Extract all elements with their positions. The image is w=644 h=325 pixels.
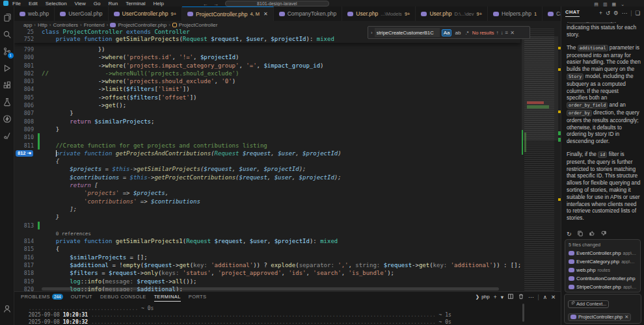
find-next-icon[interactable]: ↓ <box>500 30 503 36</box>
editor-tab[interactable]: web.php <box>14 6 55 21</box>
activity-source-control-icon[interactable]: 1 <box>1 43 14 60</box>
line-number[interactable]: 809 <box>14 125 34 133</box>
panel-tab-terminal[interactable]: TERMINAL <box>154 292 181 302</box>
file-changed-row[interactable]: web.phproutes <box>569 266 637 274</box>
chat-input-box[interactable]: Add Context... ProjectController.php ✕ A… <box>564 294 641 324</box>
retry-icon[interactable]: ↻ <box>567 231 572 237</box>
editor-tab[interactable]: CompanyToken.php <box>274 6 343 21</box>
terminal-scrollbar[interactable] <box>522 304 524 322</box>
menu-view[interactable]: View <box>75 0 86 6</box>
close-tab-icon[interactable]: ✕ <box>263 11 268 17</box>
line-number[interactable]: 814 <box>14 237 34 245</box>
chat-history-icon[interactable]: ↺ <box>606 10 610 16</box>
settings-gear-icon[interactable]: ⚙ <box>613 10 619 16</box>
command-center-search[interactable]: 8101-design-laravel <box>225 1 329 6</box>
activity-thunder-client-icon[interactable] <box>1 110 14 127</box>
minimap-slider[interactable] <box>522 36 558 140</box>
suggestion-line-badge[interactable]: 812 ⇥ <box>16 150 33 157</box>
file-changed-row[interactable]: EventCategory.phpapp\Models <box>569 257 637 266</box>
menu-file[interactable]: File <box>12 0 21 6</box>
menu-help[interactable]: Help <box>153 0 163 6</box>
terminal-profile[interactable]: ❯php <box>476 294 490 300</box>
breadcrumb-item[interactable]: ProjectController.php <box>118 22 167 28</box>
horizontal-scrollbar[interactable] <box>42 287 499 291</box>
panel-tab-debug-console[interactable]: DEBUG CONSOLE <box>100 292 146 302</box>
editor-tab[interactable]: Helpers.php1 <box>488 6 543 21</box>
line-number[interactable]: 817 <box>14 261 34 269</box>
line-number[interactable]: 815 <box>14 245 34 253</box>
line-number[interactable]: 805 <box>14 94 34 101</box>
line-number[interactable]: 819 <box>14 278 34 285</box>
line-number[interactable]: 810 <box>14 133 34 141</box>
activity-account-icon[interactable] <box>1 300 14 317</box>
line-number[interactable]: 799 <box>14 46 34 53</box>
activity-extensions-icon[interactable] <box>1 77 14 94</box>
code-editor[interactable]: 799 })800 ->where('projects.id', '!=', $… <box>14 29 561 291</box>
panel-tab-ports[interactable]: PORTS <box>189 292 207 302</box>
line-number[interactable]: 752 <box>14 36 34 43</box>
find-input[interactable] <box>375 28 440 37</box>
line-number[interactable]: 802 <box>14 70 34 77</box>
new-terminal-icon[interactable]: + <box>494 294 497 300</box>
file-changed-row[interactable]: StripeController.phpapp\Http\C... <box>569 283 637 291</box>
line-number[interactable]: 807 <box>14 109 34 117</box>
line-number[interactable]: 800 <box>14 53 34 61</box>
terminal-dropdown-icon[interactable]: ▾ <box>501 294 503 300</box>
file-changed-row[interactable]: EventController.phpapp\Http\Co... <box>569 249 637 257</box>
kill-terminal-icon[interactable] <box>518 293 524 301</box>
line-number[interactable]: 804 <box>14 85 34 93</box>
more-actions-icon[interactable]: ⋯ <box>528 294 534 300</box>
menu-selection[interactable]: Selection <box>46 0 67 6</box>
editor-tab[interactable]: User.phpD:\...\dev9+ <box>416 6 488 21</box>
panel-tab-problems[interactable]: PROBLEMS244 <box>21 292 63 302</box>
activity-code-runner-icon[interactable] <box>1 127 14 144</box>
breadcrumb-item[interactable]: Frontend <box>84 22 105 28</box>
breadcrumb-item[interactable]: Http <box>38 22 47 28</box>
regex-icon[interactable]: .* <box>464 30 470 36</box>
line-number[interactable]: 816 <box>14 254 34 261</box>
file-changed-row[interactable]: ContributionController.phpapp\... <box>569 274 637 283</box>
line-number[interactable]: 806 <box>14 101 34 109</box>
toggle-panel-icon[interactable]: ▤ <box>594 2 598 6</box>
open-chat-in-editor-icon[interactable]: ❏ <box>635 10 640 16</box>
new-chat-icon[interactable]: + <box>599 10 602 16</box>
chevron-down-icon[interactable]: ⌄ <box>621 2 624 6</box>
close-find-icon[interactable]: ✕ <box>510 30 515 36</box>
panel-tab-output[interactable]: OUTPUT <box>71 292 92 302</box>
menu-run[interactable]: Run <box>108 0 118 6</box>
line-number[interactable]: 818 <box>14 269 34 277</box>
find-prev-icon[interactable]: ↑ <box>496 30 498 36</box>
thumbs-down-icon[interactable] <box>600 230 607 238</box>
breadcrumb-item[interactable]: app <box>23 22 32 28</box>
editor-tab[interactable]: UserController.php9+ <box>109 6 182 21</box>
activity-explorer-icon[interactable] <box>1 9 14 26</box>
find-in-selection-icon[interactable]: ≡ <box>505 30 508 36</box>
line-number[interactable]: 808 <box>14 118 34 125</box>
line-number[interactable]: 25 <box>14 29 34 36</box>
activity-testing-icon[interactable] <box>1 94 14 110</box>
menu-go[interactable]: Go <box>94 0 101 6</box>
thumbs-up-icon[interactable] <box>589 230 595 238</box>
find-expand-icon[interactable]: › <box>371 30 373 36</box>
terminal-output[interactable]: ................................... ~ 0s… <box>22 306 548 325</box>
editor-tab[interactable]: CartController.p <box>543 6 561 21</box>
line-number[interactable]: 820 <box>14 285 34 291</box>
whole-word-icon[interactable]: ab <box>453 30 462 36</box>
forward-arrow-icon[interactable]: → <box>213 1 219 6</box>
line-number[interactable]: 803 <box>14 77 34 85</box>
match-case-icon[interactable]: Aa <box>442 29 452 36</box>
split-terminal-icon[interactable] <box>507 293 514 301</box>
more-actions-icon[interactable]: ⋯ <box>622 10 628 16</box>
line-number[interactable]: 801 <box>14 62 34 70</box>
copy-icon[interactable] <box>577 230 584 238</box>
line-number[interactable]: 813 <box>14 222 34 229</box>
remove-context-icon[interactable]: ✕ <box>624 314 628 320</box>
menu-terminal[interactable]: Terminal <box>126 0 145 6</box>
minimap[interactable] <box>522 29 558 291</box>
activity-search-icon[interactable] <box>1 26 14 43</box>
line-number[interactable]: 811 <box>14 142 34 150</box>
editor-tab[interactable]: UserGoal.php <box>55 6 108 21</box>
editor-tab[interactable]: ProjectController.php4, M✕ <box>182 6 274 21</box>
toggle-secondary-sidebar-icon[interactable]: ▥ <box>603 2 608 6</box>
back-arrow-icon[interactable]: ← <box>203 1 208 6</box>
